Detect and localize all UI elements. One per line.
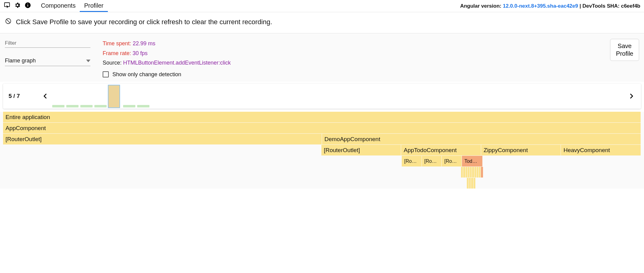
inspect-icon[interactable] (4, 2, 10, 10)
source-value: HTMLButtonElement.addEventListener:click (123, 60, 231, 66)
source-label: Source: (103, 60, 123, 66)
flame-tick[interactable] (477, 167, 478, 178)
version-value: 12.0.0-next.8+395.sha-eac42e9 (503, 3, 578, 9)
timeline-bars[interactable] (52, 84, 624, 108)
flame-row: [RouterOutlet]DemoAppComponent (3, 134, 641, 144)
flame-row: Entire application (3, 112, 641, 122)
flame-tick[interactable] (471, 178, 473, 189)
timeline-bar[interactable] (94, 105, 107, 107)
checkbox-icon[interactable] (103, 71, 109, 77)
flame-tick[interactable] (474, 167, 476, 178)
tabs: Components Profiler (37, 0, 108, 12)
flame-tick[interactable] (467, 178, 469, 189)
filter-input[interactable] (5, 39, 90, 48)
instruction-bar: Click Save Profile to save your recordin… (0, 12, 644, 33)
timeline-bar[interactable] (80, 105, 93, 107)
timeline-bar[interactable] (66, 105, 79, 107)
topbar: Components Profiler Angular version: 12.… (0, 0, 644, 12)
svg-line-5 (6, 19, 10, 23)
flame-tick[interactable] (472, 167, 474, 178)
timeline-bar[interactable] (52, 105, 64, 107)
save-profile-button[interactable]: Save Profile (610, 39, 639, 61)
flame-cell[interactable]: DemoAppComponent (322, 134, 641, 144)
flame-graph: Entire applicationAppComponent[RouterOut… (0, 112, 644, 189)
svg-rect-2 (27, 5, 28, 6)
flame-tick[interactable] (463, 167, 465, 178)
timeline-bar[interactable] (123, 105, 135, 107)
flame-cell[interactable]: AppTodoComponent (401, 145, 481, 155)
topbar-icon-group (4, 2, 31, 10)
flame-tick[interactable] (469, 178, 471, 189)
flame-cell[interactable]: [RouterOutlet] (3, 134, 322, 144)
left-controls: Flame graph (5, 39, 90, 66)
change-detection-toggle[interactable]: Show only change detection (103, 70, 231, 80)
view-select-value: Flame graph (5, 58, 36, 64)
flame-row: AppComponent (3, 123, 641, 133)
flame-cell[interactable]: Entire application (3, 112, 641, 122)
no-entry-icon (5, 18, 12, 26)
save-button-line2: Profile (616, 50, 633, 58)
flame-cell[interactable]: [Ro… (442, 156, 462, 166)
flame-tick[interactable] (461, 167, 463, 178)
flame-row: [RouterOutlet]AppTodoComponentZippyCompo… (3, 145, 641, 155)
frame-stats: Time spent: 22.99 ms Frame rate: 30 fps … (103, 39, 231, 79)
flame-cell[interactable]: [Ro… (402, 156, 422, 166)
next-frame-button[interactable] (628, 92, 635, 100)
frame-rate-label: Frame rate: (103, 50, 133, 56)
time-spent-label: Time spent: (103, 40, 133, 47)
flame-tick[interactable] (479, 167, 481, 178)
flame-cell[interactable]: [Ro… (422, 156, 442, 166)
flame-cell[interactable]: HeavyComponent (561, 145, 641, 155)
flame-tick[interactable] (468, 167, 470, 178)
flame-row: [Ro…[Ro…[Ro…Tod… (3, 156, 641, 166)
sha-value: c6eef4b (621, 3, 640, 9)
flame-cell[interactable]: [RouterOutlet] (321, 145, 401, 155)
flame-tick[interactable] (481, 167, 483, 178)
tab-profiler[interactable]: Profiler (80, 0, 108, 12)
svg-rect-3 (27, 4, 28, 4)
gear-icon[interactable] (14, 2, 21, 10)
flame-tick[interactable] (474, 178, 475, 189)
flame-tick-row (3, 167, 641, 178)
view-select[interactable]: Flame graph (5, 57, 90, 66)
timeline-bar[interactable] (137, 105, 149, 107)
version-divider: | (578, 3, 582, 9)
prev-frame-button[interactable] (41, 92, 49, 100)
sha-label: DevTools SHA: (582, 3, 621, 9)
flame-tick[interactable] (470, 167, 472, 178)
timeline-card: 5 / 7 (3, 84, 641, 109)
timeline-bar-selected[interactable] (108, 85, 120, 108)
save-button-line1: Save (616, 42, 633, 50)
version-info: Angular version: 12.0.0-next.8+395.sha-e… (460, 3, 640, 9)
frame-counter: 5 / 7 (9, 93, 20, 99)
flame-tick-row (3, 178, 641, 189)
checkbox-label: Show only change detection (112, 70, 181, 80)
flame-cell[interactable]: Tod… (462, 156, 482, 166)
time-spent-value: 22.99 ms (133, 40, 155, 47)
controls-row: Flame graph Time spent: 22.99 ms Frame r… (0, 33, 644, 82)
version-label: Angular version: (460, 3, 503, 9)
tab-components[interactable]: Components (37, 0, 80, 12)
flame-cell[interactable]: AppComponent (3, 123, 641, 133)
frame-rate-value: 30 fps (133, 50, 148, 56)
flame-cell[interactable]: ZippyComponent (481, 145, 561, 155)
flame-tick[interactable] (466, 167, 467, 178)
chevron-down-icon (86, 59, 90, 63)
instruction-text: Click Save Profile to save your recordin… (16, 18, 272, 26)
info-icon[interactable] (24, 2, 31, 10)
